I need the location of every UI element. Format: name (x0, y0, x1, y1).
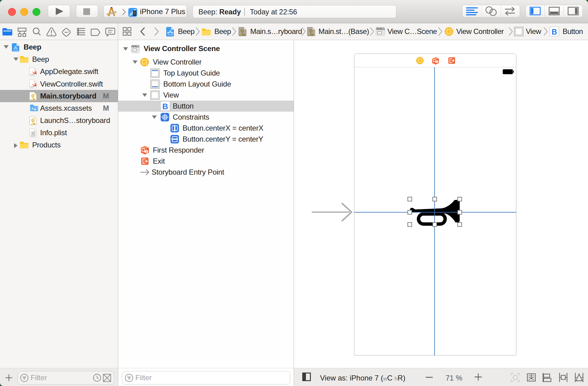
svg-text:PLIST: PLIST (31, 135, 36, 137)
svg-text:1: 1 (436, 61, 438, 64)
svg-text:B: B (552, 28, 557, 36)
svg-text:B: B (162, 102, 168, 111)
svg-text:1: 1 (145, 150, 147, 154)
svg-text:SWIFT: SWIFT (30, 74, 36, 76)
